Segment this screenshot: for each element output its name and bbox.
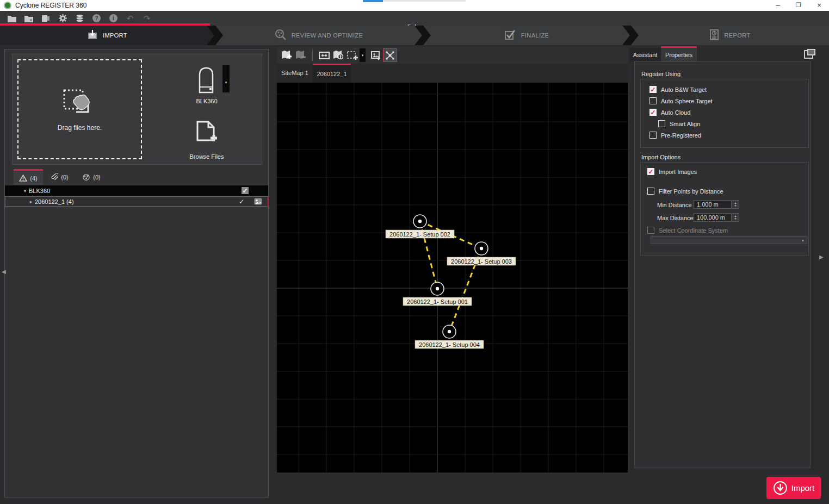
tab-properties[interactable]: Properties xyxy=(661,46,697,61)
max-distance-input[interactable]: 100.000 m xyxy=(694,213,732,222)
workflow-step-import[interactable]: IMPORT xyxy=(0,26,214,45)
drag-files-label: Drag files here. xyxy=(58,124,102,132)
register-using-group: ✓ Auto B&W Target ✓ Auto Sphere Target ✓… xyxy=(640,79,809,148)
check-icon: ✓ xyxy=(242,188,248,194)
drag-hand-icon xyxy=(63,87,97,119)
min-distance-input[interactable]: 1.000 m xyxy=(694,200,732,209)
app-logo-icon xyxy=(4,2,11,9)
tree-row-blk360[interactable]: ▾ BLK360 ✓ xyxy=(5,185,268,196)
max-distance-spinner[interactable]: ▲ ▼ xyxy=(732,213,739,222)
import-button[interactable]: Import xyxy=(766,477,821,499)
browse-files-icon[interactable] xyxy=(195,121,218,147)
setup-label-setup-001: 2060122_1- Setup 001 xyxy=(407,298,468,305)
import-panel: Drag files here. ▾ BLK360 Browse Files (… xyxy=(4,49,269,497)
tab-sitemap-1[interactable]: SiteMap 1 xyxy=(278,64,312,83)
toolbar-separator xyxy=(312,50,313,61)
setup-node-dot xyxy=(418,220,422,223)
setup-node-dot xyxy=(436,287,439,290)
tab-assistant[interactable]: Assistant xyxy=(629,48,661,61)
close-button[interactable]: × xyxy=(812,0,827,10)
workflow-step-label: REVIEW AND OPTIMIZE xyxy=(292,32,363,39)
workflow-step-review[interactable]: REVIEW AND OPTIMIZE xyxy=(215,26,422,45)
restore-button[interactable]: ❐ xyxy=(791,0,806,10)
option-filter-points[interactable]: ✓ Filter Points by Distance xyxy=(647,188,723,195)
tree-child-check-icon[interactable]: ✓ xyxy=(239,198,244,206)
tab-attachments[interactable]: (0) xyxy=(45,169,75,185)
workflow-step-label: FINALIZE xyxy=(521,32,549,39)
import-sources-box: Drag files here. ▾ BLK360 Browse Files xyxy=(12,54,262,165)
smart-align-checkbox[interactable]: ✓ xyxy=(658,120,665,127)
finalize-step-icon xyxy=(504,29,516,41)
links-mode-icon[interactable] xyxy=(383,48,397,62)
active-step-indicator xyxy=(0,23,210,26)
svg-text:x: x xyxy=(30,17,32,22)
properties-content: Register Using ✓ Auto B&W Target ✓ Auto … xyxy=(634,61,811,468)
pre-registered-checkbox[interactable]: ✓ xyxy=(649,132,657,139)
tree-collapse-icon[interactable]: ▾ xyxy=(21,188,29,194)
setup-label-setup-003: 2060122_1- Setup 003 xyxy=(451,258,512,265)
setup-label-setup-002: 2060122_1- Setup 002 xyxy=(389,231,450,238)
tab-scans[interactable]: (0) xyxy=(77,169,106,185)
tree-root-checkbox[interactable]: ✓ xyxy=(242,187,249,194)
blk360-label: BLK360 xyxy=(169,98,245,104)
tree-row-2060122-1[interactable]: ▸ 2060122_1 (4) ✓ xyxy=(5,196,268,207)
tree-expand-icon[interactable]: ▸ xyxy=(27,199,35,204)
add-sitemap-icon[interactable] xyxy=(280,48,294,62)
import-image-icon[interactable] xyxy=(369,48,383,62)
option-label: Smart Align xyxy=(670,121,700,127)
paperclip-icon xyxy=(51,173,58,181)
title-bar: Cyclone REGISTER 360 – ❐ × xyxy=(0,0,829,11)
image-pair-icon[interactable] xyxy=(317,48,331,62)
option-label: Import Images xyxy=(659,169,697,175)
auto-cloud-checkbox[interactable]: ✓ xyxy=(649,109,657,116)
import-images-checkbox[interactable]: ✓ xyxy=(647,168,654,175)
marquee-dropdown[interactable]: ▾ xyxy=(360,48,366,62)
option-pre-registered[interactable]: ✓ Pre-Registered xyxy=(649,132,701,139)
collapse-right-arrow[interactable]: ▶ xyxy=(819,254,824,260)
sitemap-tab-bar: SiteMap 1 2060122_1 xyxy=(277,64,628,83)
workflow-step-finalize[interactable]: FINALIZE xyxy=(423,26,630,45)
drag-files-dropzone[interactable]: Drag files here. xyxy=(17,59,142,159)
setup-label-setup-004: 2060122_1- Setup 004 xyxy=(419,341,480,348)
auto-sphere-checkbox[interactable]: ✓ xyxy=(649,97,657,104)
tab-2060122-1[interactable]: 2060122_1 xyxy=(313,64,351,83)
option-auto-sphere-target[interactable]: ✓ Auto Sphere Target xyxy=(649,97,713,104)
filter-points-checkbox[interactable]: ✓ xyxy=(647,188,654,195)
option-auto-cloud[interactable]: ✓ Auto Cloud xyxy=(649,109,690,116)
blk360-device-icon[interactable] xyxy=(197,66,215,94)
import-step-icon xyxy=(87,29,98,41)
tab-issues[interactable]: (4) xyxy=(14,169,43,185)
import-options-title: Import Options xyxy=(641,154,680,160)
remove-sitemap-icon[interactable] xyxy=(294,48,308,62)
sitemap-canvas[interactable]: 2060122_1- Setup 0022060122_1- Setup 003… xyxy=(277,83,628,472)
option-label: Pre-Registered xyxy=(661,132,701,139)
application-window: Cyclone REGISTER 360 – ❐ × x ? xyxy=(0,0,829,504)
auto-bw-checkbox[interactable]: ✓ xyxy=(649,86,657,93)
option-select-coordinate-system[interactable]: ✓ Select Coordinate System xyxy=(647,227,728,234)
coordinate-system-dropdown[interactable]: ▾ xyxy=(651,236,807,244)
coordinate-system-checkbox[interactable]: ✓ xyxy=(647,227,654,234)
min-distance-spinner[interactable]: ▲ ▼ xyxy=(732,200,739,209)
spinner-down-icon[interactable]: ▼ xyxy=(734,217,737,220)
collapse-left-arrow[interactable]: ◀ xyxy=(2,269,6,275)
blk360-dropdown[interactable]: ▾ xyxy=(222,65,230,92)
panel-layout-icon[interactable] xyxy=(802,47,818,60)
sitemap-toolbar: ▾ xyxy=(277,47,628,64)
minimize-button[interactable]: – xyxy=(770,0,785,10)
review-step-icon xyxy=(275,29,287,42)
option-smart-align[interactable]: ✓ Smart Align xyxy=(658,120,700,127)
sitemap-location-icon[interactable] xyxy=(331,48,345,62)
setup-node-dot xyxy=(480,247,483,250)
tree-root-label: BLK360 xyxy=(29,188,242,194)
point-cloud-icon xyxy=(82,173,90,181)
background-window-accent xyxy=(363,0,383,2)
marquee-select-icon[interactable] xyxy=(345,48,360,62)
check-icon: ✓ xyxy=(650,86,655,93)
option-label: Auto Sphere Target xyxy=(661,98,713,104)
option-auto-bw-target[interactable]: ✓ Auto B&W Target xyxy=(649,86,707,93)
tree-image-icon[interactable] xyxy=(254,198,262,205)
scans-count: (0) xyxy=(93,174,100,181)
spinner-down-icon[interactable]: ▼ xyxy=(734,204,737,207)
workflow-step-report[interactable]: REPORT xyxy=(631,26,829,45)
option-import-images[interactable]: ✓ Import Images xyxy=(647,168,697,175)
